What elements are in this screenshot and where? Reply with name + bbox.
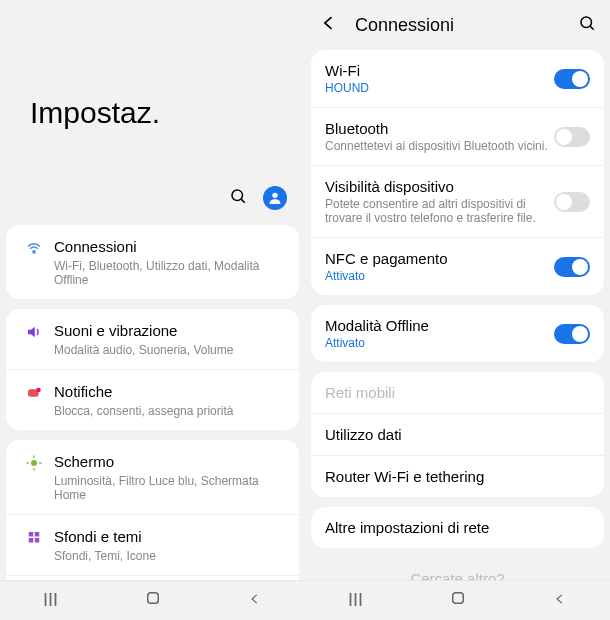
- svg-rect-14: [35, 538, 40, 543]
- visibility-toggle[interactable]: [554, 192, 590, 212]
- item-title: Suoni e vibrazione: [54, 321, 285, 341]
- themes-icon: [25, 529, 43, 551]
- item-title: Visibilità dispositivo: [325, 178, 554, 195]
- item-sub: Attivato: [325, 269, 554, 283]
- item-title: Sfondi e temi: [54, 527, 285, 547]
- item-title: Reti mobili: [325, 384, 590, 401]
- item-visibility[interactable]: Visibilità dispositivo Potete consentire…: [311, 165, 604, 237]
- settings-item-connessioni[interactable]: Connessioni Wi-Fi, Bluetooth, Utilizzo d…: [6, 225, 299, 299]
- item-sub: Wi-Fi, Bluetooth, Utilizzo dati, Modalit…: [54, 259, 285, 288]
- settings-item-notifiche[interactable]: Notifiche Blocca, consenti, assegna prio…: [6, 369, 299, 430]
- account-avatar[interactable]: [263, 186, 287, 210]
- wifi-icon: [25, 239, 43, 261]
- item-sub: Sfondi, Temi, Icone: [54, 549, 285, 563]
- settings-title-area: Impostaz.: [0, 0, 305, 225]
- connections-group: Reti mobili Utilizzo dati Router Wi-Fi e…: [311, 372, 604, 497]
- item-sub: HOUND: [325, 81, 554, 95]
- svg-point-5: [36, 388, 41, 393]
- notification-icon: [25, 384, 43, 406]
- svg-rect-13: [29, 538, 34, 543]
- android-navbar: III: [0, 580, 305, 620]
- item-title: NFC e pagamento: [325, 250, 554, 267]
- settings-group: Connessioni Wi-Fi, Bluetooth, Utilizzo d…: [6, 225, 299, 299]
- nfc-toggle[interactable]: [554, 257, 590, 277]
- back-icon[interactable]: [319, 13, 339, 37]
- connections-screen: Connessioni Wi-Fi HOUND Bluetooth Connet…: [305, 0, 610, 620]
- item-title: Altre impostazioni di rete: [325, 519, 590, 536]
- item-sub: Potete consentire ad altri dispositivi d…: [325, 197, 554, 225]
- settings-item-sfondi[interactable]: Sfondi e temi Sfondi, Temi, Icone: [6, 514, 299, 575]
- connections-group: Altre impostazioni di rete: [311, 507, 604, 548]
- android-navbar: III: [305, 580, 610, 620]
- item-sub: Modalità audio, Suoneria, Volume: [54, 343, 285, 357]
- nav-home-icon[interactable]: [144, 589, 162, 612]
- settings-item-suoni[interactable]: Suoni e vibrazione Modalità audio, Suone…: [6, 309, 299, 369]
- item-sub: Attivato: [325, 336, 554, 350]
- nav-back-icon[interactable]: [553, 590, 567, 611]
- item-utilizzo-dati[interactable]: Utilizzo dati: [311, 413, 604, 455]
- appbar: Connessioni: [305, 0, 610, 50]
- item-sub: Luminosità, Filtro Luce blu, Schermata H…: [54, 474, 285, 503]
- connections-group: Wi-Fi HOUND Bluetooth Connettetevi ai di…: [311, 50, 604, 295]
- item-sub: Blocca, consenti, assegna priorità: [54, 404, 285, 418]
- settings-group: Suoni e vibrazione Modalità audio, Suone…: [6, 309, 299, 430]
- item-airplane[interactable]: Modalità Offline Attivato: [311, 305, 604, 362]
- item-sub: Connettetevi ai dispositivi Bluetooth vi…: [325, 139, 554, 153]
- item-wifi[interactable]: Wi-Fi HOUND: [311, 50, 604, 107]
- item-title: Notifiche: [54, 382, 285, 402]
- appbar-title: Connessioni: [355, 15, 578, 36]
- item-title: Schermo: [54, 452, 285, 472]
- nav-back-icon[interactable]: [248, 590, 262, 611]
- display-icon: [25, 454, 43, 476]
- item-title: Bluetooth: [325, 120, 554, 137]
- item-title: Connessioni: [54, 237, 285, 257]
- settings-item-schermo[interactable]: Schermo Luminosità, Filtro Luce blu, Sch…: [6, 440, 299, 514]
- page-title: Impostaz.: [30, 96, 160, 130]
- item-title: Utilizzo dati: [325, 426, 590, 443]
- item-title: Modalità Offline: [325, 317, 554, 334]
- search-icon[interactable]: [229, 187, 247, 209]
- svg-rect-11: [29, 532, 34, 537]
- svg-point-6: [31, 460, 37, 466]
- item-title: Wi-Fi: [325, 62, 554, 79]
- svg-point-0: [232, 190, 243, 201]
- connections-group: Modalità Offline Attivato: [311, 305, 604, 362]
- airplane-toggle[interactable]: [554, 324, 590, 344]
- nav-recent-icon[interactable]: III: [348, 590, 363, 611]
- sound-icon: [25, 323, 43, 345]
- search-icon[interactable]: [578, 14, 596, 36]
- item-nfc[interactable]: NFC e pagamento Attivato: [311, 237, 604, 295]
- nav-home-icon[interactable]: [449, 589, 467, 612]
- svg-line-1: [241, 199, 244, 202]
- item-router[interactable]: Router Wi-Fi e tethering: [311, 455, 604, 497]
- svg-point-2: [272, 193, 277, 198]
- search-more-hint: Cercate altro?: [311, 558, 604, 580]
- item-bluetooth[interactable]: Bluetooth Connettetevi ai dispositivi Bl…: [311, 107, 604, 165]
- wifi-toggle[interactable]: [554, 69, 590, 89]
- svg-point-17: [581, 17, 592, 28]
- settings-group: Schermo Luminosità, Filtro Luce blu, Sch…: [6, 440, 299, 580]
- bluetooth-toggle[interactable]: [554, 127, 590, 147]
- svg-rect-19: [453, 593, 464, 604]
- svg-rect-16: [148, 593, 159, 604]
- svg-rect-12: [35, 532, 40, 537]
- svg-line-18: [590, 26, 593, 29]
- svg-point-3: [33, 251, 35, 253]
- item-reti-mobili[interactable]: Reti mobili: [311, 372, 604, 413]
- item-title: Router Wi-Fi e tethering: [325, 468, 590, 485]
- item-altre[interactable]: Altre impostazioni di rete: [311, 507, 604, 548]
- nav-recent-icon[interactable]: III: [43, 590, 58, 611]
- settings-root-screen: Impostaz. Connessioni Wi-Fi, Bluetooth, …: [0, 0, 305, 620]
